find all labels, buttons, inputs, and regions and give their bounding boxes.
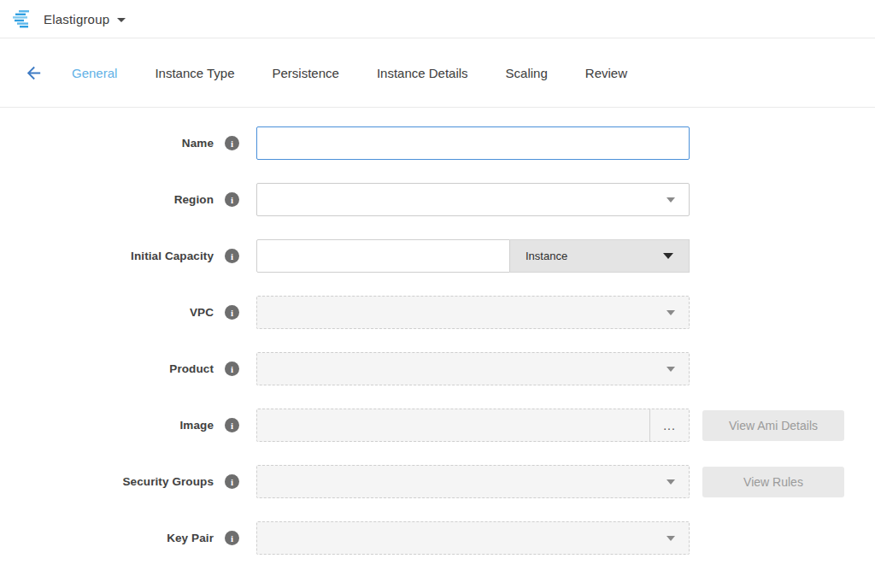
key-pair-select (256, 521, 690, 555)
vpc-label: VPC (0, 306, 214, 319)
chevron-down-icon (667, 310, 675, 315)
initial-capacity-info-icon[interactable]: i (225, 249, 239, 263)
initial-capacity-label: Initial Capacity (0, 250, 214, 262)
security-groups-label: Security Groups (0, 475, 214, 488)
wizard-tabs: General Instance Type Persistence Instan… (72, 66, 665, 80)
back-arrow-icon (24, 63, 44, 83)
tab-persistence[interactable]: Persistence (273, 66, 339, 80)
view-ami-details-button[interactable]: View Ami Details (702, 410, 844, 441)
image-label: Image (0, 419, 214, 432)
image-input-value (257, 409, 649, 441)
tab-review[interactable]: Review (585, 66, 627, 80)
chevron-down-icon (667, 479, 675, 485)
image-browse-button[interactable]: ... (649, 409, 689, 441)
image-input: ... (256, 409, 690, 442)
wizard-tab-bar: General Instance Type Persistence Instan… (0, 38, 875, 108)
form-row-product: Product i (0, 352, 875, 385)
view-rules-button[interactable]: View Rules (702, 467, 844, 497)
app-switcher-caret-icon[interactable] (117, 18, 126, 22)
form-row-image: Image i ... View Ami Details (0, 409, 875, 442)
app-switcher-label[interactable]: Elastigroup (44, 12, 109, 26)
form-row-region: Region i (0, 183, 875, 216)
product-info-icon[interactable]: i (225, 362, 239, 376)
product-label: Product (0, 362, 214, 375)
chevron-down-icon (667, 536, 675, 541)
key-pair-label: Key Pair (0, 532, 214, 544)
initial-capacity-input[interactable] (256, 239, 510, 273)
name-label: Name (0, 137, 214, 150)
elastigroup-logo-icon (12, 9, 34, 28)
image-info-icon[interactable]: i (225, 418, 239, 432)
region-info-icon[interactable]: i (225, 192, 239, 207)
capacity-unit-value: Instance (526, 250, 663, 262)
top-bar: Elastigroup (0, 0, 875, 38)
capacity-unit-select[interactable]: Instance (510, 239, 690, 273)
vpc-select (256, 296, 690, 329)
form-row-security-groups: Security Groups i View Rules (0, 465, 875, 498)
region-label: Region (0, 193, 214, 206)
tab-instance-details[interactable]: Instance Details (377, 66, 468, 80)
name-info-icon[interactable]: i (225, 136, 239, 150)
general-form: Name i Region i Initial Capacity i Insta… (0, 108, 875, 555)
product-select (256, 352, 690, 385)
form-row-initial-capacity: Initial Capacity i Instance (0, 239, 875, 273)
chevron-down-icon (663, 253, 673, 259)
security-groups-select (256, 465, 690, 498)
tab-instance-type[interactable]: Instance Type (155, 66, 234, 80)
form-row-name: Name i (0, 126, 875, 160)
tab-scaling[interactable]: Scaling (506, 66, 548, 80)
security-groups-info-icon[interactable]: i (225, 474, 239, 489)
chevron-down-icon (667, 197, 675, 203)
name-input[interactable] (256, 126, 690, 160)
back-button[interactable] (22, 62, 44, 84)
chevron-down-icon (667, 367, 675, 372)
form-row-vpc: VPC i (0, 296, 875, 329)
region-select[interactable] (256, 183, 690, 216)
vpc-info-icon[interactable]: i (225, 305, 239, 320)
key-pair-info-icon[interactable]: i (225, 531, 239, 545)
tab-general[interactable]: General (72, 66, 117, 80)
form-row-key-pair: Key Pair i (0, 521, 875, 555)
